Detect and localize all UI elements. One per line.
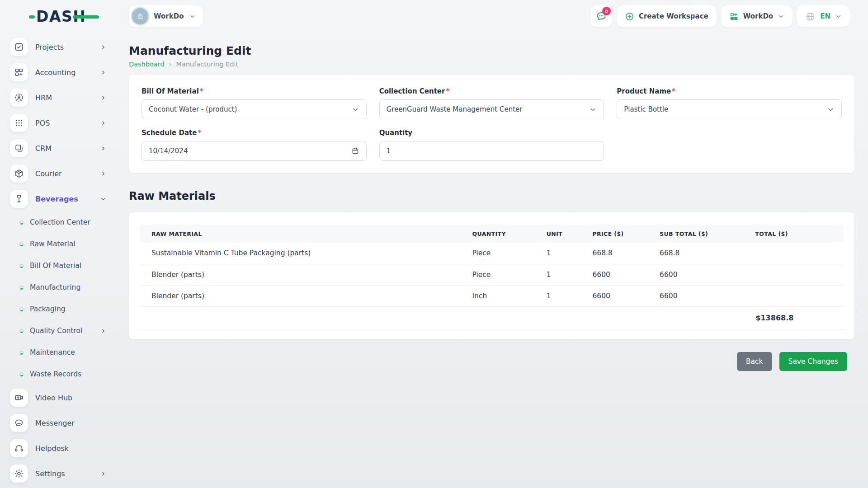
chevron-down-icon [835,13,842,20]
sidebar-subitem-waste-records[interactable]: Waste Records [10,363,118,385]
sidebar-item-helpdesk[interactable]: Helpdesk [10,436,118,461]
schedule-date-input[interactable]: 10/14/2024 [142,141,367,161]
field-bill-of-material: Bill Of Material*Coconut Water - (produc… [142,87,367,119]
cell-quantity: Piece [472,264,546,285]
required-marker: * [672,87,675,95]
chevron-right-icon [100,44,107,51]
workdo-menu-label: WorkDo [743,12,773,20]
required-marker: * [446,87,449,95]
sidebar-subitem-bill-of-material[interactable]: Bill Of Material [10,255,118,277]
cell-price: 6600 [592,264,660,285]
field-quantity: Quantity1 [379,129,604,161]
sidebar-item-label: POS [35,119,100,127]
sidebar-subitem-quality-control[interactable]: Quality Control [10,320,118,342]
sidebar-item-messenger[interactable]: Messenger [10,410,118,436]
breadcrumb-current: Manufacturing Edit [176,61,238,68]
table-row: Sustainable Vitamin C Tube Packaging (pa… [140,243,844,264]
sidebar-item-crm[interactable]: CRM [10,136,118,161]
chevron-down-icon [352,106,359,113]
sidebar: ProjectsAccountingHRMPOSCRMCourierBevera… [0,33,118,486]
column-header-total: TOTAL ($) [755,225,844,243]
sidebar-item-hrm[interactable]: HRM [10,85,118,110]
cell-total [755,243,844,264]
raw-materials-title: Raw Materials [129,190,854,202]
collection-center-select[interactable]: GreenGuard Waste Management Center [379,99,604,119]
sidebar-subitem-label: Manufacturing [30,283,118,291]
cell-quantity: Inch [472,285,546,306]
page-title: Manufacturing Edit [129,44,854,57]
cell-total [755,264,844,285]
back-button[interactable]: Back [737,352,772,371]
sidebar-item-projects[interactable]: Projects [10,34,118,60]
plus-circle-icon [625,12,634,21]
bullet-icon [19,372,24,376]
sidebar-subitem-packaging[interactable]: Packaging [10,298,118,320]
sidebar-subitem-label: Waste Records [30,370,118,378]
sidebar-subitem-label: Raw Material [30,240,118,248]
chevron-down-icon [827,106,835,113]
cell-total [755,285,844,306]
column-header-unit: UNIT [547,225,593,243]
messages-button[interactable]: 0 [590,5,612,27]
bill-of-material-select[interactable]: Coconut Water - (product) [142,99,367,119]
column-header-price: PRICE ($) [592,225,660,243]
workdo-menu-button[interactable]: WorkDo [721,5,793,27]
cell-raw_material: Blender (parts) [140,285,472,306]
sidebar-subitem-label: Packaging [30,305,118,313]
language-label: EN [820,12,830,20]
cell-raw_material: Sustainable Vitamin C Tube Packaging (pa… [140,243,472,264]
quantity-input[interactable]: 1 [379,141,604,161]
column-header-quantity: QUANTITY [472,225,546,243]
required-marker: * [198,129,201,137]
sidebar-item-label: CRM [35,144,100,153]
chevron-right-icon [100,145,107,152]
sidebar-subitem-raw-material[interactable]: Raw Material [10,233,118,255]
chevron-down-icon [778,13,784,20]
sidebar-subitem-manufacturing[interactable]: Manufacturing [10,277,118,298]
table-total-row: $13868.8 [140,306,844,329]
raw-materials-card: RAW MATERIALQUANTITYUNITPRICE ($)SUB TOT… [129,212,854,339]
video-hub-icon [10,389,28,407]
total-row-spacer [140,306,755,329]
product-name-value: Plastic Bottle [624,105,668,113]
column-header-sub-total: SUB TOTAL ($) [660,225,755,243]
sidebar-item-beverages[interactable]: Beverages [10,186,118,211]
chevron-down-icon [100,196,107,202]
product-name-select[interactable]: Plastic Bottle [617,99,842,119]
sidebar-item-video-hub[interactable]: Video Hub [10,385,118,410]
sidebar-item-label: Settings [35,469,100,478]
sidebar-subitem-label: Maintenance [30,348,118,357]
save-changes-button[interactable]: Save Changes [779,352,847,371]
sidebar-item-label: HRM [35,94,100,102]
quantity-value: 1 [387,147,391,155]
breadcrumb: Dashboard › Manufacturing Edit [129,61,854,68]
main-content: Manufacturing Edit Dashboard › Manufactu… [129,33,854,371]
schedule-date-label: Schedule Date* [142,129,367,137]
language-selector[interactable]: EN [797,5,850,27]
sidebar-subitem-label: Collection Center [30,218,118,226]
breadcrumb-separator: › [169,61,172,68]
field-collection-center: Collection Center*GreenGuard Waste Manag… [379,87,604,119]
helpdesk-icon [10,439,28,457]
create-workspace-button[interactable]: Create Workspace [617,5,717,27]
sidebar-subitem-maintenance[interactable]: Maintenance [10,342,118,363]
sidebar-item-courier[interactable]: Courier [10,161,118,186]
table-row: Blender (parts)Inch166006600 [140,285,844,306]
sidebar-item-label: Projects [35,43,100,52]
breadcrumb-dashboard-link[interactable]: Dashboard [129,61,165,68]
form-row-2: Schedule Date*10/14/2024Quantity1 [142,129,842,161]
product-name-label: Product Name* [617,87,842,95]
sidebar-subitem-collection-center[interactable]: Collection Center [10,211,118,233]
bullet-icon [19,329,24,333]
dash-logo[interactable]: DASH [29,8,86,26]
workspace-selector[interactable]: WorkDo [129,5,203,27]
bullet-icon [19,307,24,311]
sidebar-item-settings[interactable]: Settings [10,461,118,486]
sidebar-subitem-label: Bill Of Material [30,262,118,270]
sidebar-item-accounting[interactable]: Accounting [10,60,118,85]
cell-sub_total: 6600 [660,264,755,285]
grid-plus-icon [729,12,739,21]
sidebar-item-pos[interactable]: POS [10,110,118,136]
create-workspace-label: Create Workspace [639,12,708,20]
sidebar-subitem-label: Quality Control [30,327,100,335]
